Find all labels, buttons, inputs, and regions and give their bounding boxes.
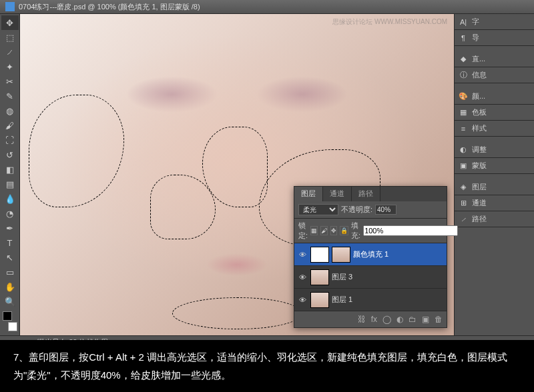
document-title: 0704练习---磨皮.psd @ 100% (颜色填充 1, 图层蒙版 /8)	[19, 2, 200, 12]
collapsed-panel-9[interactable]: ◈图层	[455, 179, 534, 195]
panel-icon: ⓘ	[459, 71, 468, 80]
visibility-icon[interactable]: 👁	[297, 272, 308, 283]
lock-label: 锁定:	[298, 221, 308, 241]
panel-label: 样式	[472, 123, 487, 133]
tools-panel: ✥ ⬚ ⟋ ✦ ✂ ✎ ◍ 🖌 ⛶ ↺ ◧ ▤ 💧 ◔ ✒ T ↖ ▭ ✋ 🔍	[0, 14, 20, 335]
collapsed-panel-5[interactable]: ▦色板	[455, 105, 534, 121]
layer-thumbnail[interactable]	[310, 247, 329, 263]
layer-name[interactable]: 图层 1	[332, 295, 444, 305]
panel-icon: 🎨	[459, 92, 468, 101]
panel-label: 蒙版	[472, 161, 487, 171]
panel-tab[interactable]: 通道	[323, 187, 352, 201]
panel-tab[interactable]: 路径	[352, 187, 380, 201]
stamp-tool[interactable]: ⛶	[1, 133, 19, 147]
panel-icon: ¶	[459, 33, 468, 43]
panel-label: 直...	[472, 54, 485, 64]
collapsed-panel-3[interactable]: ⓘ信息	[455, 67, 534, 83]
adjustment-layer-icon[interactable]: ◐	[396, 315, 403, 324]
dodge-tool[interactable]: ◔	[1, 206, 19, 221]
right-docked-panels: A|字¶导◆直...ⓘ信息🎨颜...▦色板≡样式◐调整▣蒙版◈图层⊞通道⟋路径	[454, 14, 534, 335]
panel-label: 信息	[472, 70, 487, 80]
layer-row[interactable]: 👁颜色填充 1	[294, 243, 447, 266]
watermark-text: 思缘设计论坛 WWW.MISSYUAN.COM	[332, 17, 447, 27]
wand-tool[interactable]: ✦	[1, 59, 19, 74]
layer-thumbnail[interactable]	[310, 292, 329, 308]
lasso-tool[interactable]: ⟋	[1, 45, 19, 59]
panel-label: 路径	[472, 214, 487, 224]
lock-all-icon[interactable]: 🔒	[340, 226, 348, 235]
titlebar: 0704练习---磨皮.psd @ 100% (颜色填充 1, 图层蒙版 /8)	[0, 0, 534, 14]
type-tool[interactable]: T	[1, 235, 19, 250]
panel-icon: ◆	[459, 55, 468, 64]
eraser-tool[interactable]: ◧	[1, 162, 19, 177]
foreground-color[interactable]	[3, 311, 12, 321]
tutorial-caption: 7、盖印图层，按Ctrl + Alt + 2 调出高光选区，适当的缩小、羽化选区…	[0, 340, 534, 392]
panel-label: 图层	[472, 182, 487, 192]
shape-tool[interactable]: ▭	[1, 265, 19, 279]
layer-row[interactable]: 👁图层 1	[294, 289, 447, 311]
panel-icon: A|	[459, 17, 468, 27]
panel-icon: ≡	[459, 124, 468, 133]
crop-tool[interactable]: ✂	[1, 74, 19, 89]
panel-label: 颜...	[472, 91, 485, 101]
new-layer-icon[interactable]: ▣	[422, 315, 429, 324]
panel-icon: ▦	[459, 108, 468, 117]
collapsed-panel-1[interactable]: ¶导	[455, 30, 534, 46]
collapsed-panel-8[interactable]: ▣蒙版	[455, 158, 534, 174]
move-tool[interactable]: ✥	[1, 15, 19, 30]
path-tool[interactable]: ↖	[1, 250, 19, 265]
layer-name[interactable]: 颜色填充 1	[353, 249, 444, 259]
layer-thumbnail[interactable]	[310, 269, 329, 285]
collapsed-panel-6[interactable]: ≡样式	[455, 121, 534, 137]
panel-tabs: 图层通道路径	[294, 187, 447, 201]
healing-tool[interactable]: ◍	[1, 103, 19, 118]
collapsed-panel-10[interactable]: ⊞通道	[455, 195, 534, 211]
layer-list: 👁颜色填充 1👁图层 3👁图层 1	[294, 243, 447, 311]
lock-position-icon[interactable]: ✥	[330, 226, 337, 235]
layer-group-icon[interactable]: 🗀	[409, 315, 417, 324]
mask-thumbnail[interactable]	[332, 247, 350, 263]
delete-layer-icon[interactable]: 🗑	[435, 315, 443, 324]
collapsed-panel-2[interactable]: ◆直...	[455, 51, 534, 67]
layer-fx-icon[interactable]: fx	[371, 315, 377, 324]
collapsed-panel-11[interactable]: ⟋路径	[455, 211, 534, 227]
layer-row[interactable]: 👁图层 3	[294, 266, 447, 289]
marquee-tool[interactable]: ⬚	[1, 30, 19, 45]
opacity-input[interactable]	[375, 205, 396, 215]
marquee-selection	[172, 297, 302, 329]
zoom-tool[interactable]: 🔍	[1, 294, 19, 309]
layer-name[interactable]: 图层 3	[332, 272, 444, 282]
panel-label: 导	[472, 33, 479, 43]
eyedropper-tool[interactable]: ✎	[1, 89, 19, 103]
opacity-label: 不透明度:	[341, 205, 372, 215]
collapsed-panel-0[interactable]: A|字	[455, 14, 534, 30]
panel-icon: ◈	[459, 183, 468, 192]
history-brush-tool[interactable]: ↺	[1, 147, 19, 162]
layer-mask-icon[interactable]: ◯	[382, 315, 391, 324]
blend-mode-select[interactable]: 柔光	[298, 204, 338, 215]
layers-footer: ⛓ fx ◯ ◐ 🗀 ▣ 🗑	[294, 311, 447, 327]
panel-label: 通道	[472, 198, 487, 208]
gradient-tool[interactable]: ▤	[1, 177, 19, 191]
color-swatches[interactable]	[1, 311, 19, 331]
panel-icon: ▣	[459, 161, 468, 171]
lock-pixels-icon[interactable]: 🖌	[320, 226, 328, 235]
panel-label: 色板	[472, 107, 487, 117]
hand-tool[interactable]: ✋	[1, 279, 19, 294]
panel-icon: ⟋	[459, 215, 468, 224]
visibility-icon[interactable]: 👁	[297, 249, 308, 260]
lock-transparency-icon[interactable]: ▦	[310, 226, 318, 235]
collapsed-panel-4[interactable]: 🎨颜...	[455, 89, 534, 105]
link-layers-icon[interactable]: ⛓	[358, 315, 366, 324]
visibility-icon[interactable]: 👁	[297, 295, 308, 305]
document-icon	[5, 2, 15, 11]
brush-tool[interactable]: 🖌	[1, 118, 19, 133]
fill-input[interactable]	[363, 225, 458, 236]
collapsed-panel-7[interactable]: ◐调整	[455, 142, 534, 158]
layers-panel: 图层通道路径 柔光 不透明度: 锁定: ▦ 🖌 ✥ 🔒 填充: 👁颜色填充 1👁…	[294, 186, 447, 328]
blur-tool[interactable]: 💧	[1, 191, 19, 206]
pen-tool[interactable]: ✒	[1, 221, 19, 235]
panel-icon: ⊞	[459, 199, 468, 208]
background-color[interactable]	[8, 322, 17, 331]
panel-tab[interactable]: 图层	[294, 187, 323, 201]
